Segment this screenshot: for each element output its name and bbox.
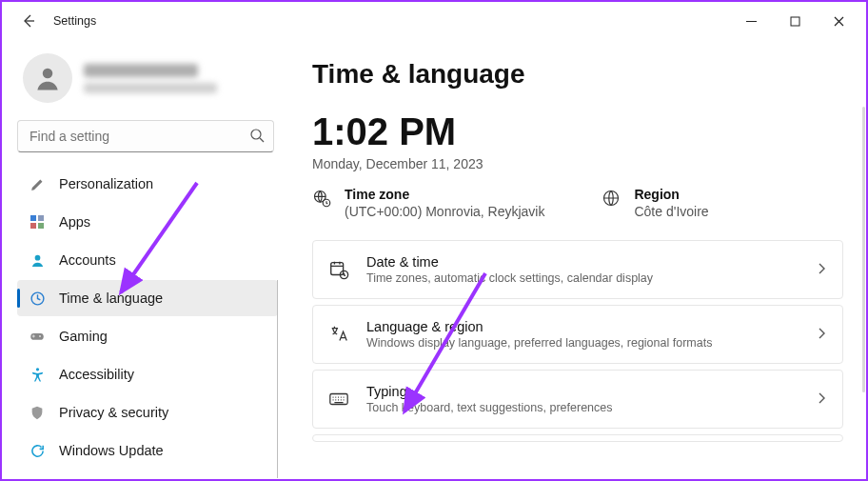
svg-rect-15 [331, 263, 344, 275]
svg-rect-3 [30, 215, 36, 221]
sidebar-item-label: Personalization [59, 176, 153, 191]
region-info: Region Côte d'Ivoire [602, 187, 708, 219]
region-label: Region [634, 187, 708, 202]
svg-point-1 [43, 69, 53, 79]
svg-point-7 [34, 254, 40, 260]
back-button[interactable] [19, 11, 38, 30]
scrollbar[interactable] [862, 107, 865, 392]
timezone-label: Time zone [345, 187, 544, 202]
shield-icon [29, 404, 46, 421]
avatar [23, 53, 72, 103]
update-icon [29, 442, 46, 459]
profile-text [84, 64, 217, 93]
globe-icon [602, 189, 621, 208]
paintbrush-icon [29, 175, 46, 192]
titlebar: Settings [2, 2, 866, 40]
sidebar-item-gaming[interactable]: Gaming [17, 318, 278, 354]
close-button[interactable] [817, 6, 860, 36]
chevron-right-icon [816, 261, 827, 278]
sidebar-item-label: Gaming [59, 329, 108, 344]
page-title: Time & language [312, 59, 843, 90]
language-icon [328, 324, 349, 345]
person-icon [29, 251, 46, 269]
region-value: Côte d'Ivoire [634, 204, 708, 219]
svg-rect-5 [30, 223, 36, 229]
sidebar-item-label: Privacy & security [59, 405, 168, 420]
sidebar-item-label: Accounts [59, 252, 116, 268]
chevron-right-icon [816, 326, 827, 343]
card-partial[interactable] [312, 434, 843, 442]
maximize-button[interactable] [773, 6, 817, 36]
svg-rect-6 [38, 223, 44, 229]
date-display: Monday, December 11, 2023 [312, 156, 843, 171]
keyboard-icon [328, 389, 349, 410]
timezone-icon [312, 189, 331, 208]
accessibility-icon [29, 366, 46, 383]
sidebar-item-apps[interactable]: Apps [17, 204, 278, 240]
svg-rect-4 [38, 215, 44, 221]
search-box[interactable] [17, 120, 274, 152]
sidebar-item-label: Apps [59, 214, 90, 230]
card-subtitle: Touch keyboard, text suggestions, prefer… [366, 401, 799, 414]
card-date-time[interactable]: Date & time Time zones, automatic clock … [312, 240, 843, 299]
card-subtitle: Time zones, automatic clock settings, ca… [366, 271, 799, 285]
profile-block[interactable] [17, 40, 278, 120]
sidebar-item-label: Windows Update [59, 443, 164, 458]
search-icon [249, 128, 265, 147]
svg-point-11 [35, 368, 38, 371]
svg-rect-0 [791, 17, 799, 26]
card-title: Typing [366, 384, 799, 399]
timezone-info: Time zone (UTC+00:00) Monrovia, Reykjavi… [312, 187, 544, 219]
window-title: Settings [53, 14, 96, 28]
sidebar-item-personalization[interactable]: Personalization [17, 166, 278, 202]
timezone-value: (UTC+00:00) Monrovia, Reykjavik [345, 204, 544, 219]
calendar-clock-icon [328, 259, 349, 280]
nav-list: Personalization Apps Accounts Time & lan… [17, 166, 278, 469]
sidebar-item-privacy[interactable]: Privacy & security [17, 394, 278, 431]
sidebar-item-accessibility[interactable]: Accessibility [17, 356, 278, 392]
svg-point-10 [39, 335, 41, 337]
minimize-button[interactable] [729, 6, 773, 36]
clock-globe-icon [29, 290, 46, 307]
apps-icon [29, 213, 46, 230]
card-title: Language & region [366, 319, 799, 334]
sidebar-item-label: Time & language [59, 291, 163, 306]
search-input[interactable] [17, 120, 274, 152]
sidebar-item-time-language[interactable]: Time & language [17, 280, 278, 316]
card-title: Date & time [366, 254, 799, 270]
info-row: Time zone (UTC+00:00) Monrovia, Reykjavi… [312, 187, 843, 219]
sidebar: Personalization Apps Accounts Time & lan… [2, 40, 286, 479]
sidebar-divider [277, 280, 278, 478]
card-subtitle: Windows display language, preferred lang… [366, 336, 799, 350]
card-language-region[interactable]: Language & region Windows display langua… [312, 305, 843, 364]
settings-cards: Date & time Time zones, automatic clock … [312, 240, 843, 442]
sidebar-item-label: Accessibility [59, 367, 134, 382]
svg-point-2 [251, 130, 261, 139]
card-typing[interactable]: Typing Touch keyboard, text suggestions,… [312, 370, 843, 429]
clock-display: 1:02 PM [312, 112, 843, 150]
sidebar-item-windows-update[interactable]: Windows Update [17, 432, 278, 469]
main-pane: Time & language 1:02 PM Monday, December… [286, 40, 866, 479]
chevron-right-icon [816, 391, 827, 408]
gamepad-icon [29, 328, 46, 345]
sidebar-item-accounts[interactable]: Accounts [17, 242, 278, 278]
